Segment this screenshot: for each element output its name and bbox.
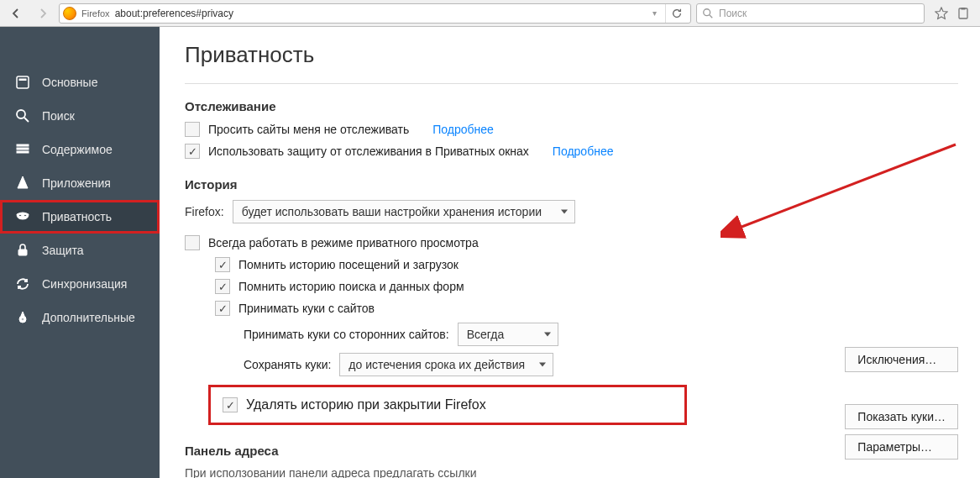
content-pane: Приватность Отслеживание Просить сайты м…	[160, 27, 980, 478]
always-private-checkbox[interactable]	[185, 235, 200, 250]
clear-on-close-highlight: Удалять историю при закрытии Firefox	[208, 385, 687, 425]
search-icon	[702, 8, 714, 19]
svg-point-15	[22, 318, 24, 321]
address-bar-heading: Панель адреса	[185, 444, 958, 458]
history-heading: История	[185, 177, 958, 192]
clear-on-close-checkbox[interactable]	[223, 397, 238, 412]
sidebar-item-applications[interactable]: Приложения	[0, 166, 160, 200]
svg-point-0	[704, 8, 710, 15]
forward-button[interactable]	[32, 3, 54, 24]
sidebar-label: Защита	[42, 244, 84, 257]
sidebar-item-advanced[interactable]: Дополнительные	[0, 301, 160, 334]
reload-button[interactable]	[665, 4, 687, 23]
keep-cookies-label: Сохранять куки:	[244, 358, 331, 371]
back-button[interactable]	[5, 3, 27, 24]
right-buttons: Исключения… Показать куки… Параметры…	[845, 347, 958, 460]
svg-rect-3	[962, 8, 966, 10]
exceptions-button[interactable]: Исключения…	[845, 347, 958, 372]
tracking-heading: Отслеживание	[185, 99, 958, 113]
page-title: Приватность	[185, 42, 958, 68]
sidebar-label: Содержимое	[42, 143, 113, 156]
toolbar-right	[930, 7, 975, 20]
advanced-icon	[15, 310, 30, 325]
svg-line-7	[24, 118, 29, 122]
svg-rect-4	[17, 76, 29, 88]
sidebar-label: Основные	[42, 76, 97, 89]
sidebar-item-general[interactable]: Основные	[0, 66, 160, 99]
dnt-checkbox[interactable]	[185, 122, 200, 137]
search-icon	[15, 108, 30, 123]
history-mode-value: будет использовать ваши настройки хранен…	[242, 205, 542, 218]
svg-rect-9	[17, 148, 29, 150]
sidebar-item-privacy[interactable]: Приватность	[0, 200, 160, 234]
general-icon	[15, 75, 30, 90]
show-cookies-button[interactable]: Показать куки…	[845, 404, 958, 429]
sidebar-item-content[interactable]: Содержимое	[0, 133, 160, 166]
keep-cookies-select[interactable]: до истечения срока их действия	[339, 353, 553, 376]
svg-line-1	[710, 14, 713, 18]
firefox-icon	[63, 7, 76, 20]
bookmark-star-icon[interactable]	[935, 7, 948, 20]
search-bar[interactable]: Поиск	[696, 3, 925, 24]
browser-toolbar: Firefox about:preferences#privacy ▾ Поис…	[0, 0, 980, 27]
sidebar-label: Дополнительные	[42, 311, 135, 324]
always-private-label: Всегда работать в режиме приватного прос…	[208, 236, 479, 250]
third-party-value: Всегда	[467, 328, 505, 341]
sidebar-label: Приватность	[42, 210, 112, 223]
tracking-protection-checkbox[interactable]	[185, 144, 200, 159]
accept-cookies-label: Принимать куки с сайтов	[238, 302, 375, 315]
remember-search-checkbox[interactable]	[215, 279, 230, 294]
svg-rect-8	[17, 144, 29, 146]
svg-rect-2	[959, 8, 967, 18]
sidebar-item-sync[interactable]: Синхронизация	[0, 267, 160, 301]
sidebar-item-search[interactable]: Поиск	[0, 99, 160, 133]
svg-rect-10	[17, 151, 29, 153]
clipboard-icon[interactable]	[956, 7, 970, 20]
third-party-select[interactable]: Всегда	[458, 323, 558, 346]
firefox-label: Firefox:	[185, 205, 224, 218]
address-bar-cut-text: При исползовании панели адреса предлагат…	[185, 466, 958, 478]
settings-button[interactable]: Параметры…	[845, 434, 958, 460]
clear-on-close-label: Удалять историю при закрытии Firefox	[246, 397, 486, 412]
tracking-protection-more-link[interactable]: Подробнее	[553, 144, 614, 158]
sync-icon	[15, 276, 30, 292]
remember-visits-checkbox[interactable]	[215, 257, 230, 272]
url-bar[interactable]: Firefox about:preferences#privacy ▾	[59, 3, 691, 24]
remember-visits-label: Помнить историю посещений и загрузок	[238, 258, 459, 271]
keep-cookies-value: до истечения срока их действия	[349, 358, 525, 371]
tracking-protection-label: Использовать защиту от отслеживания в Пр…	[208, 144, 529, 158]
sidebar-item-security[interactable]: Защита	[0, 234, 160, 267]
divider	[185, 83, 958, 84]
dnt-more-link[interactable]: Подробнее	[432, 123, 494, 136]
search-placeholder: Поиск	[719, 8, 747, 19]
remember-search-label: Помнить историю поиска и данных форм	[238, 280, 464, 293]
sidebar-label: Синхронизация	[42, 277, 127, 291]
svg-point-6	[17, 110, 25, 118]
sidebar-label: Приложения	[42, 176, 111, 190]
svg-rect-5	[19, 79, 26, 81]
history-mode-select[interactable]: будет использовать ваши настройки хранен…	[233, 200, 575, 223]
third-party-label: Принимать куки со сторонних сайтов:	[244, 328, 449, 341]
url-text: about:preferences#privacy	[115, 8, 233, 19]
svg-point-11	[19, 214, 22, 217]
svg-rect-13	[18, 250, 27, 255]
applications-icon	[15, 176, 30, 191]
sidebar-label: Поиск	[42, 109, 75, 123]
accept-cookies-checkbox[interactable]	[215, 301, 230, 316]
mask-icon	[15, 209, 30, 224]
svg-point-12	[24, 214, 27, 217]
preferences-sidebar: Основные Поиск Содержимое Приложения При…	[0, 27, 160, 478]
site-identity: Firefox	[81, 8, 110, 18]
lock-icon	[15, 243, 30, 258]
content-icon	[15, 142, 30, 157]
dropdown-icon[interactable]: ▾	[649, 8, 660, 18]
dnt-label: Просить сайты меня не отслеживать	[208, 123, 409, 136]
